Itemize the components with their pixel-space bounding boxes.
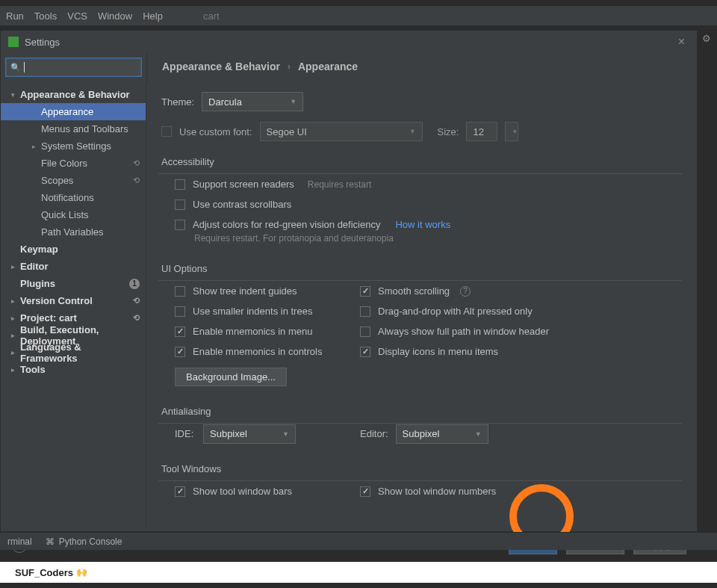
chevron-right-icon: ▸ (11, 366, 20, 374)
tree-item-keymap[interactable]: Keymap (1, 241, 146, 258)
close-button[interactable]: × (674, 35, 689, 49)
section-tool-windows: Tool Windows (161, 463, 682, 474)
reset-icon[interactable]: ⟲ (133, 313, 140, 323)
how-it-works-link[interactable]: How it works (395, 219, 450, 230)
menu-item[interactable]: Window (98, 10, 132, 22)
editor-aa-label: Editor: (360, 428, 388, 439)
reset-icon[interactable]: ⟲ (133, 158, 140, 168)
chevron-down-icon: ▼ (282, 430, 289, 438)
info-icon[interactable]: ? (460, 286, 471, 297)
tree-item-appearance-behavior[interactable]: ▾Appearance & Behavior (1, 86, 146, 103)
python-icon: ⌘ (46, 536, 55, 547)
section-antialiasing: Antialiasing (161, 406, 682, 417)
tree-item-system-settings[interactable]: ▸System Settings (1, 137, 146, 155)
menu-item[interactable]: Run (6, 10, 24, 22)
background-image-button[interactable]: Background Image... (175, 368, 287, 386)
size-label: Size: (438, 126, 459, 137)
ide-antialiasing-select[interactable]: Subpixel▼ (203, 424, 296, 444)
settings-content: Theme: Darcula▼ Use custom font: Segoe U… (146, 84, 697, 527)
ide-menu-bar: Run Tools VCS Window Help cart (0, 6, 717, 25)
mnemonics-controls-checkbox[interactable] (175, 347, 185, 357)
smaller-indents-checkbox[interactable] (175, 306, 185, 317)
tree-item-scopes[interactable]: Scopes⟲ (1, 172, 146, 189)
chevron-right-icon: ▸ (11, 297, 20, 305)
reset-icon[interactable]: ⟲ (133, 296, 140, 306)
tree-item-tools[interactable]: ▸Tools (1, 361, 146, 378)
settings-dialog: Settings × 🔍 Appearance & Behavior › App… (0, 30, 698, 532)
gear-icon[interactable]: ⚙ (702, 33, 711, 44)
python-console-tab[interactable]: ⌘Python Console (46, 536, 122, 547)
app-icon (8, 37, 19, 47)
search-icon: 🔍 (10, 63, 21, 72)
count-badge: 1 (129, 279, 140, 289)
colorblind-hint: Requires restart. For protanopia and deu… (161, 233, 682, 244)
ide-aa-label: IDE: (175, 428, 196, 439)
terminal-tab[interactable]: rminal (7, 536, 32, 547)
breadcrumb: Appearance & Behavior › Appearance (162, 61, 682, 72)
tree-item-languages-frameworks[interactable]: ▸Languages & Frameworks (1, 344, 146, 361)
menu-item[interactable]: Tools (34, 10, 57, 22)
menu-item[interactable]: Help (143, 10, 163, 22)
custom-font-label: Use custom font: (179, 126, 252, 137)
full-path-checkbox[interactable] (360, 327, 370, 337)
tree-item-notifications[interactable]: Notifications (1, 189, 146, 206)
menu-item[interactable]: VCS (67, 10, 87, 22)
taskbar-strip: SUF_Coders🙌 (0, 562, 717, 583)
tree-item-path-variables[interactable]: Path Variables (1, 223, 146, 241)
dialog-title: Settings (25, 37, 60, 48)
tool-window-numbers-checkbox[interactable] (360, 486, 370, 497)
tree-item-file-colors[interactable]: File Colors⟲ (1, 155, 146, 172)
mnemonics-menu-checkbox[interactable] (175, 327, 185, 337)
tree-guides-checkbox[interactable] (175, 286, 185, 297)
screen-readers-checkbox[interactable] (175, 179, 185, 190)
drag-drop-alt-checkbox[interactable] (360, 306, 370, 317)
chevron-right-icon: ▸ (11, 263, 20, 270)
search-input[interactable]: 🔍 (5, 58, 142, 77)
tree-item-plugins[interactable]: Plugins1 (1, 275, 146, 292)
theme-select[interactable]: Darcula▼ (202, 92, 303, 111)
tree-item-editor[interactable]: ▸Editor (1, 258, 146, 275)
settings-tree[interactable]: ▾Appearance & BehaviorAppearanceMenus an… (1, 84, 146, 527)
chevron-down-icon: ▼ (409, 128, 416, 135)
section-accessibility: Accessibility (161, 156, 682, 167)
chevron-right-icon: › (288, 61, 291, 72)
tree-item-quick-lists[interactable]: Quick Lists (1, 206, 146, 223)
font-size-stepper[interactable]: ▾ (505, 122, 518, 141)
smooth-scrolling-checkbox[interactable] (360, 286, 370, 297)
project-path: cart (203, 10, 220, 22)
tool-window-bars-checkbox[interactable] (175, 486, 185, 497)
custom-font-checkbox[interactable] (161, 126, 172, 137)
section-ui-options: UI Options (161, 263, 682, 274)
theme-label: Theme: (161, 96, 194, 108)
font-size-input[interactable]: 12 (466, 122, 497, 141)
chevron-right-icon: ▸ (11, 315, 20, 322)
bottom-tool-strip: rminal ⌘Python Console (0, 532, 717, 550)
colorblind-checkbox[interactable] (175, 220, 185, 230)
chevron-down-icon: ▼ (475, 430, 482, 438)
chevron-down-icon: ▼ (290, 98, 297, 105)
editor-antialiasing-select[interactable]: Subpixel▼ (396, 424, 488, 444)
font-select[interactable]: Segoe UI▼ (260, 122, 423, 141)
chevron-down-icon: ▾ (513, 128, 517, 135)
chevron-right-icon: ▸ (32, 143, 41, 150)
chevron-right-icon: ▸ (11, 349, 20, 356)
chevron-down-icon: ▾ (11, 91, 20, 99)
tree-item-menus-and-toolbars[interactable]: Menus and Toolbars (1, 120, 146, 137)
contrast-scrollbars-checkbox[interactable] (175, 199, 185, 210)
tree-item-appearance[interactable]: Appearance (1, 103, 146, 120)
menu-icons-checkbox[interactable] (360, 347, 370, 357)
reset-icon[interactable]: ⟲ (133, 176, 140, 185)
chevron-right-icon: ▸ (11, 332, 20, 339)
tree-item-version-control[interactable]: ▸Version Control⟲ (1, 292, 146, 309)
